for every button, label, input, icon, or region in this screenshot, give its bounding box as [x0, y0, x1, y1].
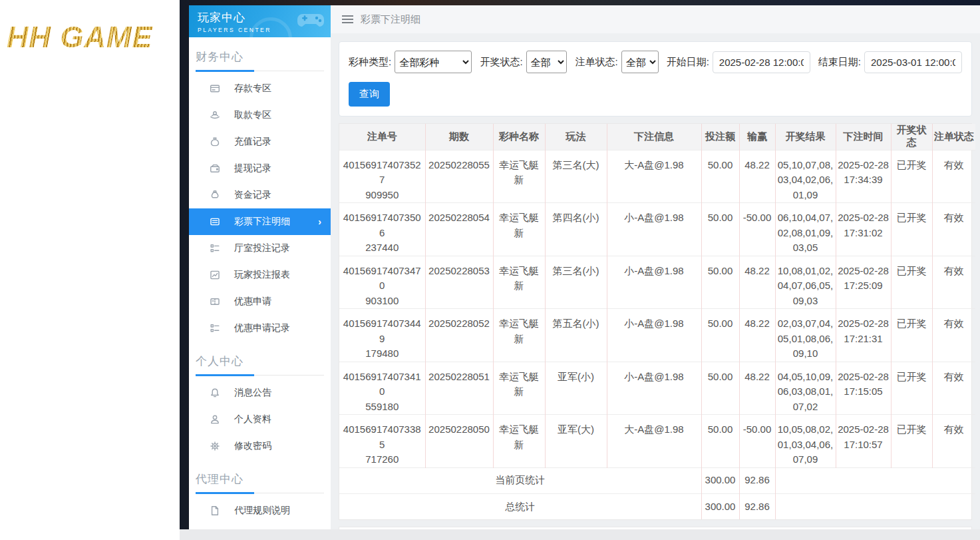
sidebar-item-wallet[interactable]: 提现记录: [189, 155, 331, 182]
order-status-select[interactable]: 全部: [621, 51, 659, 73]
cell-play-type: 第五名(小): [545, 309, 607, 362]
sidebar-item-label: 消息公告: [234, 387, 271, 399]
cell-draw-result: 10,05,08,02,01,03,04,06,07,09: [775, 415, 836, 468]
person-icon: [210, 414, 220, 425]
sidebar-section-title: 个人中心: [196, 354, 324, 369]
sidebar-item-label: 存款专区: [234, 83, 271, 95]
sidebar-item-promo-record[interactable]: 优惠申请记录: [189, 315, 331, 342]
sidebar-item-gear[interactable]: 修改密码: [189, 433, 331, 459]
cell-lottery-name: 幸运飞艇新: [493, 203, 545, 256]
hamburger-menu-icon[interactable]: [342, 15, 353, 23]
cell-play-type: 第三名(大): [545, 150, 607, 203]
section-divider: [196, 71, 324, 71]
sidebar-section-title: 代理中心: [196, 471, 324, 487]
start-date-label: 开始日期:: [667, 56, 709, 69]
lottery-type-select[interactable]: 全部彩种: [395, 51, 472, 73]
table-row: 40156917407338571726020250228050幸运飞艇新亚军(…: [339, 415, 975, 468]
cell-order-status: 有效: [932, 362, 975, 415]
sidebar-item-report-chart[interactable]: 玩家投注报表: [189, 262, 331, 288]
cell-bet-time: 2025-02-2817:34:39: [836, 150, 891, 203]
col-header-lottery-name: 彩种名称: [493, 124, 545, 150]
cell-order-status: 有效: [932, 309, 975, 362]
cell-bet-amount: 50.00: [701, 203, 739, 256]
section-divider: [196, 493, 324, 493]
sidebar-item-label: 资金记录: [234, 189, 271, 201]
hall-record-icon: [210, 243, 220, 254]
breadcrumb-bar: 彩票下注明细: [331, 5, 980, 33]
promo-record-icon: [210, 323, 220, 334]
cell-order-no: 401569174073449179480: [339, 309, 425, 362]
col-header-bet-amount: 投注额: [701, 124, 739, 150]
coin-purse-icon: [210, 190, 220, 200]
cell-bet-amount: 50.00: [701, 362, 739, 415]
cell-lottery-name: 幸运飞艇新: [493, 362, 545, 415]
cell-lottery-name: 幸运飞艇新: [493, 309, 545, 362]
sidebar-item-promo-ticket[interactable]: 优惠申请: [189, 288, 331, 315]
cell-bet-amount: 50.00: [701, 150, 739, 203]
bet-table: 注单号期数彩种名称玩法下注信息投注额输赢开奖结果下注时间开奖状态注单状态 401…: [339, 124, 975, 519]
query-button[interactable]: 查询: [349, 82, 390, 107]
sidebar-item-document[interactable]: 代理规则说明: [189, 497, 331, 524]
gamepad-icon: [297, 10, 325, 30]
cell-draw-result: 04,05,10,09,06,03,08,01,07,02: [775, 362, 836, 415]
col-header-order-no: 注单号: [339, 124, 425, 150]
sidebar-item-withdraw-hand[interactable]: 取款专区: [189, 102, 331, 129]
cell-lottery-name: 幸运飞艇新: [493, 150, 545, 203]
cell-bet-amount: 50.00: [701, 415, 739, 468]
summary-empty: [775, 467, 975, 493]
cell-win-loss: 48.22: [739, 256, 775, 309]
cell-bet-amount: 50.00: [701, 309, 739, 362]
cell-order-status: 有效: [932, 256, 975, 309]
col-header-win-loss: 输赢: [739, 124, 775, 150]
wallet-icon: [210, 163, 220, 174]
deposit-card-icon: [210, 83, 220, 94]
col-header-draw-result: 开奖结果: [775, 124, 836, 150]
draw-status-select[interactable]: 全部: [526, 51, 568, 73]
sidebar-item-label: 厅室投注记录: [234, 242, 290, 254]
start-date-input[interactable]: [713, 51, 810, 73]
sidebar-item-label: 玩家投注报表: [234, 269, 290, 281]
brand-logo-text: HH GAME: [7, 20, 177, 55]
brand-logo: HH GAME: [0, 0, 180, 55]
sidebar-item-team-stats[interactable]: 代理团队统计: [189, 524, 331, 529]
main-area: 彩票下注明细 彩种类型: 全部彩种 开奖状态: 全部 注单状态: 全部 开始日期…: [331, 5, 980, 529]
document-icon: [210, 505, 220, 516]
sidebar-item-bet-list[interactable]: 彩票下注明细›: [189, 208, 331, 235]
cell-bet-time: 2025-02-2817:21:31: [836, 309, 891, 362]
summary-bet-total: 300.00: [701, 467, 739, 493]
sidebar-item-money-bag[interactable]: 充值记录: [189, 129, 331, 155]
cell-bet-info: 小-A盘@1.98: [607, 256, 701, 309]
col-header-bet-time: 下注时间: [836, 124, 891, 150]
sidebar-item-label: 彩票下注明细: [234, 216, 290, 228]
bet-table-card: 注单号期数彩种名称玩法下注信息投注额输赢开奖结果下注时间开奖状态注单状态 401…: [339, 123, 972, 520]
lottery-type-label: 彩种类型:: [349, 56, 391, 69]
sidebar-item-hall-record[interactable]: 厅室投注记录: [189, 235, 331, 262]
sidebar-item-label: 提现记录: [234, 162, 271, 174]
cell-order-no: 401569174073506237440: [339, 203, 425, 256]
cell-draw-status: 已开奖: [891, 150, 932, 203]
app-shell: 玩家中心 PLAYERS CENTER 财务中心存款专区取款专区充值记录提现记录…: [180, 0, 980, 540]
cell-period: 20250228054: [425, 203, 493, 256]
gear-icon: [210, 441, 220, 451]
cell-bet-info: 小-A盘@1.98: [607, 362, 701, 415]
cell-play-type: 亚军(小): [545, 362, 607, 415]
summary-empty: [775, 493, 975, 519]
cell-order-no: 401569174073470903100: [339, 256, 425, 309]
order-status-label: 注单状态:: [575, 56, 617, 69]
col-header-bet-info: 下注信息: [607, 124, 701, 150]
sidebar-item-deposit-card[interactable]: 存款专区: [189, 75, 331, 102]
cell-bet-time: 2025-02-2817:10:57: [836, 415, 891, 468]
sidebar-section-title: 财务中心: [196, 49, 324, 65]
bet-list-icon: [210, 216, 220, 227]
sidebar-item-coin-purse[interactable]: 资金记录: [189, 182, 331, 208]
cell-play-type: 亚军(大): [545, 415, 607, 468]
col-header-order-status: 注单状态: [932, 124, 975, 150]
end-date-input[interactable]: [864, 51, 962, 73]
bell-icon: [210, 388, 220, 398]
sidebar-item-person[interactable]: 个人资料: [189, 406, 331, 433]
cell-order-no: 401569174073410559180: [339, 362, 425, 415]
sidebar-item-bell[interactable]: 消息公告: [189, 380, 331, 406]
cell-bet-info: 大-A盘@1.98: [607, 415, 701, 468]
sidebar: 玩家中心 PLAYERS CENTER 财务中心存款专区取款专区充值记录提现记录…: [189, 5, 331, 529]
cell-order-no: 401569174073385717260: [339, 415, 425, 468]
